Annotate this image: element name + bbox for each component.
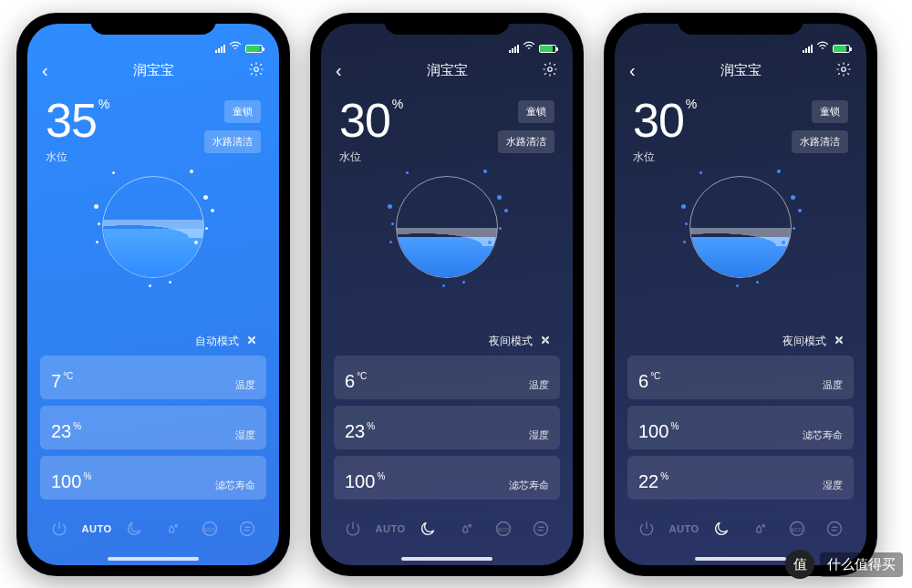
back-button[interactable]: ‹ xyxy=(629,61,636,79)
waterway-clean-button[interactable]: 水路清洁 xyxy=(204,130,261,153)
cycle-mode-button[interactable] xyxy=(822,516,847,542)
power-button[interactable] xyxy=(340,516,366,542)
eco-mode-button[interactable]: ECO xyxy=(491,516,516,542)
battery-icon xyxy=(245,45,263,53)
cellular-icon xyxy=(215,45,225,53)
stat-card[interactable]: 100% 滤芯寿命 xyxy=(40,456,266,500)
wifi-icon xyxy=(229,41,242,53)
settings-button[interactable] xyxy=(835,61,852,80)
stat-value: 23% xyxy=(51,421,81,442)
phone-frame: ‹ 润宝宝 30% 水位 童锁 水路清洁 xyxy=(310,13,584,576)
stat-card[interactable]: 6°C 温度 xyxy=(334,356,560,399)
mode-toolbar: AUTO ECO xyxy=(615,500,866,551)
settings-button[interactable] xyxy=(248,61,264,80)
humidity-mode-button[interactable] xyxy=(160,516,185,542)
eco-mode-button[interactable]: ECO xyxy=(197,516,223,542)
page-title: 润宝宝 xyxy=(720,62,762,79)
settings-button[interactable] xyxy=(542,61,558,80)
stat-card[interactable]: 23% 湿度 xyxy=(334,406,560,449)
stat-value: 100% xyxy=(345,471,385,492)
wifi-icon xyxy=(816,41,829,53)
back-button[interactable]: ‹ xyxy=(42,61,48,79)
mode-indicator: 自动模式 xyxy=(27,282,279,356)
cycle-mode-button[interactable] xyxy=(234,516,260,542)
back-button[interactable]: ‹ xyxy=(336,61,342,79)
stat-value: 23% xyxy=(345,421,375,442)
stat-label: 滤芯寿命 xyxy=(509,479,549,492)
stat-label: 滤芯寿命 xyxy=(215,479,255,492)
stat-card[interactable]: 23% 湿度 xyxy=(40,406,266,449)
svg-point-9 xyxy=(534,522,548,536)
fan-icon xyxy=(244,333,259,350)
power-button[interactable] xyxy=(634,516,659,542)
waterway-clean-button[interactable]: 水路清洁 xyxy=(792,130,848,153)
stat-value: 7°C xyxy=(51,371,73,392)
mode-toolbar: AUTO ECO xyxy=(27,500,279,551)
stat-card[interactable]: 100% 滤芯寿命 xyxy=(334,456,560,500)
auto-mode-button[interactable]: AUTO xyxy=(84,516,109,542)
stat-card[interactable]: 100% 滤芯寿命 xyxy=(627,406,854,449)
water-level-readout: 30% 水位 xyxy=(633,97,697,165)
water-level-unit: % xyxy=(392,97,403,111)
svg-text:ECO: ECO xyxy=(498,527,510,532)
svg-point-11 xyxy=(762,524,765,527)
fan-icon xyxy=(538,333,553,350)
phone-frame: ‹ 润宝宝 30% 水位 童锁 水路清洁 xyxy=(604,13,877,576)
auto-mode-button[interactable]: AUTO xyxy=(671,516,697,542)
water-level-value: 35 xyxy=(46,94,97,147)
night-mode-button[interactable] xyxy=(709,516,734,542)
humidity-mode-button[interactable] xyxy=(747,516,772,542)
night-mode-button[interactable] xyxy=(415,516,440,542)
stat-label: 温度 xyxy=(235,378,255,392)
stat-value: 100% xyxy=(638,421,679,442)
svg-point-4 xyxy=(241,522,254,536)
watermark-badge: 值 xyxy=(785,550,814,579)
cycle-mode-button[interactable] xyxy=(528,516,554,542)
stat-value: 100% xyxy=(51,471,91,492)
stat-card[interactable]: 7°C 温度 xyxy=(40,356,266,399)
water-orb xyxy=(396,176,498,278)
water-level-readout: 30% 水位 xyxy=(339,97,403,165)
power-button[interactable] xyxy=(47,516,72,542)
stat-value: 6°C xyxy=(345,371,367,392)
stat-card[interactable]: 6°C 温度 xyxy=(627,356,854,399)
stat-label: 湿度 xyxy=(529,428,549,442)
svg-text:ECO: ECO xyxy=(792,527,803,532)
stat-card[interactable]: 22% 湿度 xyxy=(627,456,854,500)
stat-label: 温度 xyxy=(823,378,843,392)
home-indicator[interactable] xyxy=(695,557,786,561)
phone-frame: ‹ 润宝宝 35% 水位 童锁 水路清洁 xyxy=(16,13,290,576)
home-indicator[interactable] xyxy=(108,557,199,561)
waterway-clean-button[interactable]: 水路清洁 xyxy=(498,130,554,153)
stat-value: 6°C xyxy=(638,371,660,392)
device-notch xyxy=(678,13,803,35)
nav-bar: ‹ 润宝宝 xyxy=(321,55,573,86)
battery-icon xyxy=(539,45,556,53)
night-mode-button[interactable] xyxy=(121,516,147,542)
watermark-text: 什么值得买 xyxy=(820,552,903,577)
cellular-icon xyxy=(803,45,813,53)
child-lock-button[interactable]: 童锁 xyxy=(518,100,554,123)
fan-icon xyxy=(832,333,846,350)
svg-point-14 xyxy=(828,522,842,536)
svg-point-1 xyxy=(175,524,178,527)
auto-mode-button[interactable]: AUTO xyxy=(378,516,403,542)
wifi-icon xyxy=(523,41,535,53)
app-screen: ‹ 润宝宝 30% 水位 童锁 水路清洁 xyxy=(615,24,866,565)
stat-label: 湿度 xyxy=(235,428,255,442)
eco-mode-button[interactable]: ECO xyxy=(784,516,810,542)
app-screen: ‹ 润宝宝 30% 水位 童锁 水路清洁 xyxy=(321,24,573,565)
home-indicator[interactable] xyxy=(401,557,492,561)
water-level-unit: % xyxy=(98,97,109,111)
svg-point-5 xyxy=(548,67,553,71)
page-title: 润宝宝 xyxy=(427,62,468,79)
mode-indicator: 夜间模式 xyxy=(321,282,573,356)
humidity-mode-button[interactable] xyxy=(453,516,479,542)
child-lock-button[interactable]: 童锁 xyxy=(812,100,848,123)
app-screen: ‹ 润宝宝 35% 水位 童锁 水路清洁 xyxy=(27,24,279,565)
water-level-label: 水位 xyxy=(46,150,109,165)
stat-label: 湿度 xyxy=(823,479,843,492)
child-lock-button[interactable]: 童锁 xyxy=(224,100,261,123)
svg-point-0 xyxy=(254,67,259,71)
device-notch xyxy=(90,13,216,35)
